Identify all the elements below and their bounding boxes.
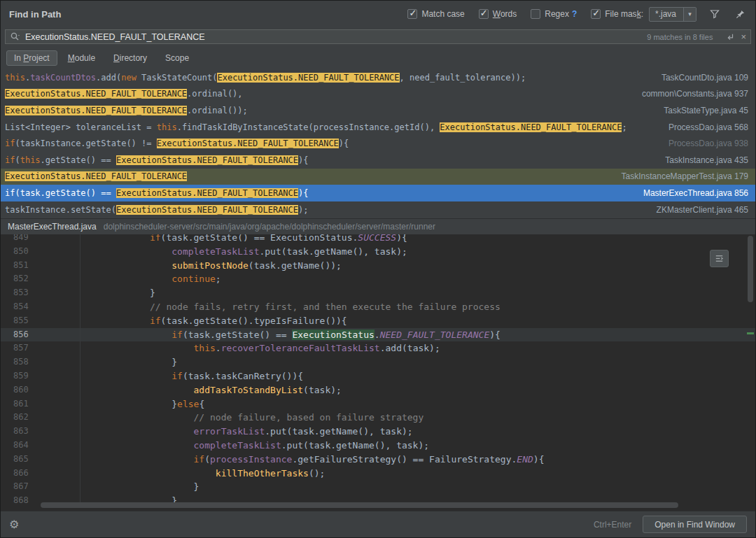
line-number: 859	[1, 369, 80, 383]
search-icon[interactable]	[10, 31, 21, 43]
editor-line: 850 completeTaskList.put(task.getName(),…	[1, 245, 755, 259]
vertical-scrollbar[interactable]	[748, 236, 753, 302]
result-row[interactable]: List<Integer> toleranceList = this.findT…	[1, 119, 755, 136]
result-file-label: ProcessDao.java 568	[668, 122, 748, 132]
find-in-path-dialog: Find in Path Match caseWordsRegex?File m…	[0, 0, 756, 538]
editor-line: 867 }	[1, 480, 755, 494]
result-row[interactable]: ExecutionStatus.NEED_FAULT_TOLERANCE.ord…	[1, 86, 755, 103]
line-number: 857	[1, 341, 80, 355]
line-number: 854	[1, 300, 80, 314]
insert-newline-icon[interactable]	[725, 32, 735, 42]
line-code: }	[80, 355, 177, 369]
line-number: 863	[1, 425, 80, 439]
checkbox-label: Match case	[421, 9, 464, 19]
editor-line: 852 continue;	[1, 272, 755, 286]
checkbox-label: Regex	[545, 9, 569, 19]
result-code-snippet: this.taskCountDtos.add(new TaskStateCoun…	[5, 73, 652, 83]
tab-in-project[interactable]: In Project	[6, 50, 57, 66]
scope-tab-bar: In ProjectModuleDirectoryScope	[1, 46, 755, 69]
checkbox-regex[interactable]: Regex?	[531, 9, 577, 19]
checkbox-checked-icon[interactable]	[591, 9, 601, 19]
editor-line: 866 killTheOtherTasks();	[1, 467, 755, 481]
line-code: continue;	[80, 272, 221, 286]
editor-line: 858 }	[1, 355, 755, 369]
editor-line: 861 }else{	[1, 397, 755, 411]
line-code: completeTaskList.put(task.getName(), tas…	[80, 245, 407, 259]
toolbar-checkboxes: Match caseWordsRegex?File mask:	[393, 9, 643, 19]
file-mask-combobox[interactable]: *.java ▾	[649, 7, 696, 22]
editor-line: 859 if(task.taskCanRetry()){	[1, 369, 755, 383]
line-number: 866	[1, 467, 80, 481]
editor-line: 860 addTaskToStandByList(task);	[1, 383, 755, 397]
editor-line: 856 if(task.getState() == ExecutionStatu…	[1, 328, 755, 342]
checkbox-unchecked-icon[interactable]	[531, 9, 540, 19]
editor-line: 851 submitPostNode(task.getName());	[1, 259, 755, 273]
checkbox-checked-icon[interactable]	[407, 9, 417, 19]
filter-icon[interactable]	[708, 7, 722, 21]
result-file-label: TaskStateType.java 45	[664, 106, 748, 115]
gear-icon[interactable]: ⚙	[9, 519, 19, 530]
checkbox-words[interactable]: Words	[479, 9, 517, 19]
open-in-find-window-button[interactable]: Open in Find Window	[643, 516, 747, 533]
result-file-label: TaskInstance.java 435	[665, 155, 748, 165]
search-field[interactable]: 9 matches in 8 files ×	[5, 29, 751, 44]
horizontal-scrollbar[interactable]	[41, 502, 678, 508]
line-number: 860	[1, 383, 80, 397]
shortcut-hint: Ctrl+Enter	[594, 520, 631, 530]
line-number: 862	[1, 411, 80, 425]
line-code: if(processInstance.getFailureStrategy() …	[80, 453, 544, 467]
tab-directory[interactable]: Directory	[106, 50, 155, 66]
regex-help-icon[interactable]: ?	[572, 9, 577, 19]
tab-module[interactable]: Module	[60, 50, 103, 66]
line-code: if(task.taskCanRetry()){	[80, 369, 303, 383]
line-code: completeTaskList.put(task.getName(), tas…	[80, 439, 429, 453]
code-editor[interactable]: 849 if(task.getState() == ExecutionStatu…	[1, 234, 755, 511]
result-row[interactable]: ExecutionStatus.NEED_FAULT_TOLERANCETask…	[1, 169, 755, 185]
tab-scope[interactable]: Scope	[158, 50, 197, 66]
result-code-snippet: List<Integer> toleranceList = this.findT…	[5, 122, 659, 132]
editor-float-button[interactable]	[710, 250, 729, 267]
close-icon[interactable]: ×	[741, 32, 746, 41]
line-number: 853	[1, 286, 80, 300]
search-bar: 9 matches in 8 files ×	[1, 27, 755, 46]
line-code: this.recoverToleranceFaultTaskList.add(t…	[80, 341, 440, 355]
checkbox-label: File mask:	[605, 9, 643, 19]
editor-lines: 849 if(task.getState() == ExecutionStatu…	[1, 234, 755, 508]
editor-line: 863 errorTaskList.put(task.getName(), ta…	[1, 425, 755, 439]
result-row[interactable]: taskInstance.setState(ExecutionStatus.NE…	[1, 201, 755, 218]
result-file-label: MasterExecThread.java 856	[643, 188, 748, 198]
result-code-snippet: if(this.getState() == ExecutionStatus.NE…	[5, 155, 655, 165]
result-code-snippet: ExecutionStatus.NEED_FAULT_TOLERANCE	[5, 171, 612, 181]
result-file-label: common\Constants.java 937	[642, 89, 748, 99]
result-row[interactable]: ExecutionStatus.NEED_FAULT_TOLERANCE.ord…	[1, 102, 755, 119]
editor-line: 855 if(task.getState().typeIsFailure()){	[1, 314, 755, 328]
result-code-snippet: ExecutionStatus.NEED_FAULT_TOLERANCE.ord…	[5, 89, 632, 99]
result-file-label: TaskCountDto.java 109	[662, 73, 748, 83]
line-code: if(task.getState() == ExecutionStatus.SU…	[80, 234, 407, 245]
result-row[interactable]: if(this.getState() == ExecutionStatus.NE…	[1, 152, 755, 169]
match-count-label: 9 matches in 8 files	[647, 33, 713, 41]
scrollbar-mark	[747, 332, 754, 334]
editor-line: 857 this.recoverToleranceFaultTaskList.a…	[1, 341, 755, 355]
result-row[interactable]: if(task.getState() == ExecutionStatus.NE…	[1, 185, 755, 201]
results-list: this.taskCountDtos.add(new TaskStateCoun…	[1, 69, 755, 218]
preview-file-path: dolphinscheduler-server/src/main/java/or…	[104, 222, 435, 232]
pin-icon[interactable]	[733, 7, 747, 21]
line-code: killTheOtherTasks();	[80, 467, 325, 481]
line-number: 852	[1, 272, 80, 286]
checkbox-checked-icon[interactable]	[479, 9, 489, 19]
line-code: }	[80, 286, 155, 300]
result-code-snippet: if(taskInstance.getState() != ExecutionS…	[5, 139, 659, 148]
search-input[interactable]	[25, 32, 640, 42]
result-row[interactable]: if(taskInstance.getState() != ExecutionS…	[1, 135, 755, 152]
checkbox-file-mask[interactable]: File mask:	[591, 9, 643, 19]
line-number: 851	[1, 259, 80, 273]
result-row[interactable]: this.taskCountDtos.add(new TaskStateCoun…	[1, 69, 755, 86]
line-number: 855	[1, 314, 80, 328]
preview-header: MasterExecThread.java dolphinscheduler-s…	[1, 218, 755, 234]
checkbox-match-case[interactable]: Match case	[407, 9, 464, 19]
line-number: 856	[1, 328, 80, 342]
dialog-title: Find in Path	[9, 9, 61, 20]
status-bar: ⚙ Ctrl+Enter Open in Find Window	[1, 511, 755, 537]
chevron-down-icon[interactable]: ▾	[683, 8, 696, 21]
